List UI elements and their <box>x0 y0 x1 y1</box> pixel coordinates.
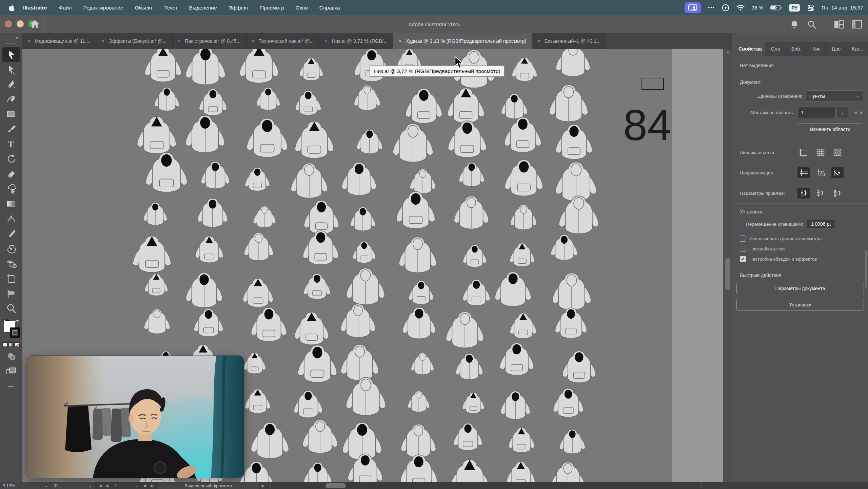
ruler-icon[interactable] <box>797 147 810 158</box>
hoodie-template[interactable] <box>295 312 329 345</box>
document-tab[interactable]: ×Низ.ai @ 3,72 % (RGB/... <box>319 33 393 49</box>
hoodie-template[interactable] <box>244 233 273 261</box>
drawn-rectangle[interactable] <box>642 78 664 90</box>
menu-item-9[interactable]: Справка <box>314 0 346 15</box>
snap-grid-icon[interactable] <box>814 188 827 199</box>
keyboard-increment-value[interactable]: 1,0006 pt <box>807 219 835 229</box>
rectangle-tool[interactable] <box>2 107 20 122</box>
menu-item-1[interactable]: Файл <box>53 0 77 15</box>
hoodie-template[interactable] <box>303 231 339 265</box>
hoodie-template[interactable] <box>396 192 435 229</box>
scroll-right-icon[interactable]: 〉 <box>701 483 704 488</box>
apple-icon[interactable] <box>9 4 15 11</box>
hoodie-template[interactable] <box>510 243 535 266</box>
panel-tab-кис[interactable]: Кис <box>806 42 826 56</box>
none-swatch[interactable] <box>15 342 20 347</box>
hoodie-template[interactable] <box>556 125 592 159</box>
hoodie-template[interactable] <box>304 274 330 299</box>
document-tab[interactable]: ×Эффекты (Бонус).ai* @... <box>96 33 173 49</box>
hoodie-template[interactable] <box>454 196 489 229</box>
hoodie-template[interactable] <box>303 420 338 453</box>
hoodie-template[interactable] <box>393 124 433 162</box>
hoodie-template[interactable] <box>456 354 483 380</box>
hoodie-template[interactable] <box>401 424 436 457</box>
hoodie-template[interactable] <box>295 91 321 115</box>
hoodie-template[interactable] <box>509 428 534 453</box>
close-tab-icon[interactable]: × <box>325 38 328 44</box>
selection-tool[interactable] <box>2 47 20 62</box>
hoodie-template[interactable] <box>354 85 380 110</box>
hoodie-template[interactable] <box>559 196 599 234</box>
edit-artboards-button[interactable]: Изменить области <box>797 124 863 135</box>
scroll-left-icon[interactable]: 〈 <box>268 483 272 488</box>
hoodie-template[interactable] <box>186 273 222 308</box>
control-center-icon[interactable] <box>807 4 814 12</box>
hoodie-template[interactable] <box>294 391 322 418</box>
hoodie-template[interactable] <box>194 309 223 337</box>
snap-point-icon[interactable] <box>797 188 810 199</box>
panel-tab-сло[interactable]: Сло <box>765 42 785 56</box>
close-tab-icon[interactable]: × <box>102 38 104 44</box>
artboard-nav-dropdown[interactable]: 1⌄ <box>112 482 141 489</box>
hoodie-template[interactable] <box>501 94 527 119</box>
document-tab[interactable]: ×Пак строчек.ai* @ 8,45... <box>173 33 246 49</box>
close-tab-icon[interactable]: × <box>178 38 181 44</box>
vertical-scroll-thumb[interactable] <box>725 258 730 290</box>
symbol-sprayer-tool[interactable] <box>2 241 20 256</box>
hoodie-template[interactable] <box>552 273 591 310</box>
checkbox[interactable] <box>740 236 746 242</box>
hoodie-template[interactable] <box>137 116 176 154</box>
hoodie-template[interactable] <box>341 344 378 380</box>
close-tab-icon[interactable]: × <box>252 38 255 44</box>
hoodie-template[interactable] <box>510 205 536 230</box>
close-tab-icon[interactable]: × <box>537 38 540 44</box>
snap-pixel-icon[interactable] <box>831 188 844 199</box>
hoodie-template[interactable] <box>408 391 430 412</box>
canvas-vertical-scrollbar[interactable]: ⌃ ⌄ <box>723 49 732 489</box>
hoodie-template[interactable] <box>201 162 230 189</box>
canvas-horizontal-scrollbar[interactable] <box>273 482 698 489</box>
pen-tool[interactable] <box>2 77 20 92</box>
horizontal-scroll-thumb[interactable] <box>326 483 346 488</box>
width-tool[interactable] <box>2 211 20 226</box>
hoodie-template[interactable] <box>295 121 334 158</box>
hoodie-template[interactable] <box>244 353 266 374</box>
hoodie-template[interactable] <box>459 162 484 186</box>
hoodie-template[interactable] <box>563 351 596 383</box>
hoodie-template[interactable] <box>500 343 534 375</box>
artboard-tool[interactable] <box>2 271 20 286</box>
hoodie-template[interactable] <box>186 115 225 153</box>
units-dropdown[interactable]: Пункты ⌄ <box>806 90 863 102</box>
hoodie-template[interactable] <box>448 121 486 157</box>
notifications-bell-icon[interactable] <box>790 20 798 29</box>
panel-scroll-thumb[interactable] <box>865 250 867 288</box>
hoodie-template[interactable] <box>199 89 226 115</box>
toolbar-grip[interactable]: ▪▪▪▪▪▪▪ <box>5 42 17 45</box>
hoodie-template[interactable] <box>240 49 279 83</box>
menu-item-app[interactable]: Illustrator <box>17 0 53 15</box>
hoodie-template[interactable] <box>505 117 541 152</box>
hoodie-template[interactable] <box>243 279 273 307</box>
panel-tab-кат[interactable]: Кат... <box>846 42 868 56</box>
hoodie-template[interactable] <box>145 274 168 296</box>
hoodie-template[interactable] <box>145 49 181 82</box>
hoodie-template[interactable] <box>198 199 228 227</box>
document-tab[interactable]: ×Безымянный–1 @ 40,1... <box>532 33 606 49</box>
type-tool[interactable]: T <box>2 137 20 152</box>
quick-action-button[interactable]: Параметры документа <box>736 283 864 294</box>
hoodie-template[interactable] <box>353 241 376 263</box>
screen-mirroring-indicator[interactable] <box>685 2 701 13</box>
eraser-tool[interactable] <box>2 167 20 182</box>
hoodie-template[interactable] <box>253 206 276 228</box>
hoodie-template[interactable] <box>144 309 170 334</box>
direct-selection-tool[interactable] <box>2 62 20 77</box>
hoodie-template[interactable] <box>510 313 536 339</box>
checkbox[interactable]: ✓ <box>740 256 746 262</box>
menu-item-2[interactable]: Редактирование <box>78 0 129 15</box>
menu-item-4[interactable]: Текст <box>158 0 183 15</box>
hoodie-template[interactable] <box>410 169 435 193</box>
hoodie-template[interactable] <box>448 88 484 123</box>
hoodie-template[interactable] <box>251 422 289 458</box>
stroke-color-swatch[interactable] <box>10 327 20 338</box>
hoodie-template[interactable] <box>505 159 543 196</box>
